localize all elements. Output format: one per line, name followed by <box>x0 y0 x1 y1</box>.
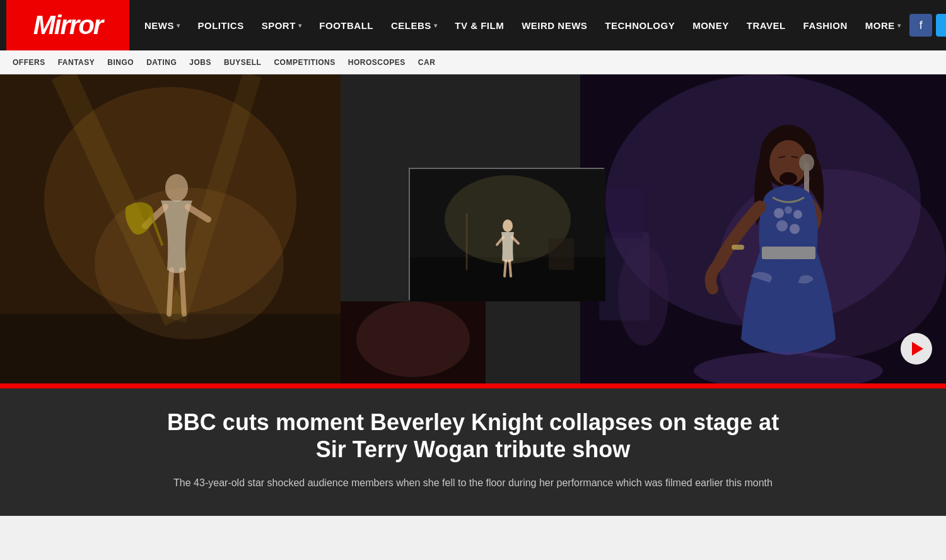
play-icon <box>912 342 923 356</box>
main-navigation: NEWS▾POLITICSSPORT▾FOOTBALLCELEBS▾TV & F… <box>129 0 909 50</box>
image-collage <box>0 74 946 383</box>
nav-item-news[interactable]: NEWS▾ <box>136 0 189 50</box>
secondary-navigation: OFFERSFANTASYBINGODATINGJOBSBUYSELLCOMPE… <box>0 50 946 74</box>
svg-line-23 <box>510 260 511 276</box>
play-button[interactable] <box>901 333 932 365</box>
middle-bottom-image <box>341 301 486 383</box>
nav-item-football[interactable]: FOOTBALL <box>310 0 382 50</box>
svg-rect-45 <box>762 247 815 259</box>
article-subtitle: The 43-year-old star shocked audience me… <box>164 475 782 491</box>
inset-top-image <box>409 168 604 300</box>
dropdown-arrow: ▾ <box>434 22 438 29</box>
svg-point-35 <box>780 172 797 185</box>
secondary-nav-item-offers[interactable]: OFFERS <box>13 58 45 67</box>
twitter-icon[interactable]: t <box>936 14 946 37</box>
svg-rect-15 <box>0 74 341 383</box>
article-section: BBC cuts moment Beverley Knight collapse… <box>0 388 946 516</box>
nav-item-travel[interactable]: TRAVEL <box>738 0 795 50</box>
red-divider <box>0 383 946 388</box>
right-singer-image <box>580 74 946 383</box>
nav-item-tv---film[interactable]: TV & FILM <box>446 0 513 50</box>
left-image <box>0 74 341 383</box>
svg-point-39 <box>799 154 814 172</box>
svg-line-22 <box>505 260 506 276</box>
secondary-nav-item-buysell[interactable]: BUYSELL <box>224 58 262 67</box>
nav-item-politics[interactable]: POLITICS <box>189 0 253 50</box>
svg-point-27 <box>356 301 470 377</box>
dropdown-arrow: ▾ <box>177 22 180 29</box>
secondary-nav-item-jobs[interactable]: JOBS <box>189 58 211 67</box>
nav-item-weird-news[interactable]: WEIRD NEWS <box>513 0 596 50</box>
svg-point-43 <box>776 220 788 231</box>
secondary-nav-item-bingo[interactable]: BINGO <box>107 58 134 67</box>
nav-item-sport[interactable]: SPORT▾ <box>253 0 311 50</box>
svg-point-44 <box>790 224 800 234</box>
article-title: BBC cuts moment Beverley Knight collapse… <box>158 409 788 463</box>
secondary-nav-item-fantasy[interactable]: FANTASY <box>58 58 95 67</box>
nav-item-more[interactable]: MORE▾ <box>856 0 910 50</box>
social-icons-group: f t p <box>909 14 946 37</box>
svg-point-19 <box>503 219 513 232</box>
nav-item-fashion[interactable]: FASHION <box>795 0 856 50</box>
svg-rect-17 <box>410 257 605 301</box>
svg-rect-46 <box>732 245 744 250</box>
nav-item-celebs[interactable]: CELEBS▾ <box>382 0 446 50</box>
svg-point-48 <box>618 245 669 346</box>
logo-text: Mirror <box>33 10 102 40</box>
secondary-nav-item-competitions[interactable]: COMPETITIONS <box>274 58 335 67</box>
facebook-icon[interactable]: f <box>909 14 932 37</box>
header: Mirror NEWS▾POLITICSSPORT▾FOOTBALLCELEBS… <box>0 0 946 50</box>
secondary-nav-item-dating[interactable]: DATING <box>146 58 177 67</box>
svg-point-40 <box>774 208 784 218</box>
svg-rect-25 <box>549 238 574 270</box>
dropdown-arrow: ▾ <box>298 22 302 29</box>
logo[interactable]: Mirror <box>6 0 129 50</box>
secondary-nav-item-horoscopes[interactable]: HOROSCOPES <box>348 58 406 67</box>
svg-point-42 <box>793 210 802 219</box>
nav-item-technology[interactable]: TECHNOLOGY <box>596 0 684 50</box>
secondary-nav-item-car[interactable]: CAR <box>418 58 436 67</box>
nav-item-money[interactable]: MONEY <box>684 0 738 50</box>
svg-point-41 <box>785 206 792 214</box>
dropdown-arrow: ▾ <box>897 22 901 29</box>
main-content: BBC cuts moment Beverley Knight collapse… <box>0 74 946 516</box>
